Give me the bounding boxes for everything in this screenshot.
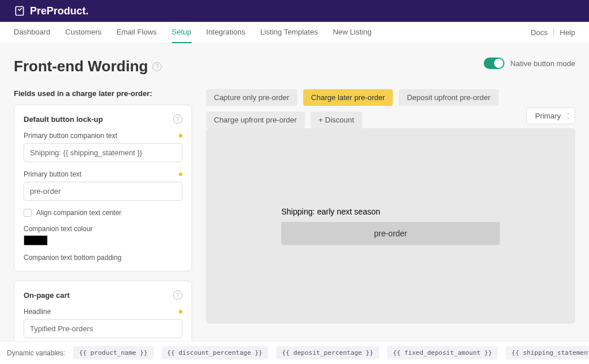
button-text-field: Primary button text [24, 170, 182, 201]
help-icon[interactable]: ? [152, 62, 162, 71]
preview-companion-text: Shipping: early next season [281, 207, 500, 216]
var-discount-percentage[interactable]: {{ discount_percentage }} [162, 346, 269, 359]
companion-text-field: Primary button companion text [24, 132, 182, 162]
align-center-checkbox[interactable] [24, 209, 32, 217]
help-icon[interactable]: ? [173, 114, 182, 124]
preview-inner: Shipping: early next season pre-order [281, 207, 500, 245]
companion-text-label: Primary button companion text [24, 132, 117, 140]
headline-label: Headline [24, 308, 51, 316]
field-indicator-dot [179, 173, 182, 176]
align-center-label: Align companion text center [36, 209, 121, 217]
nav-new-listing[interactable]: New Listing [333, 22, 372, 43]
preview-area: Shipping: early next season pre-order [206, 128, 575, 324]
nav-integrations[interactable]: Integrations [206, 22, 246, 43]
nav-left: Dashboard Customers Email Flows Setup In… [14, 22, 372, 43]
page-header: Front-end Wording ? Native button mode [0, 44, 589, 75]
page-title-wrap: Front-end Wording ? [14, 58, 162, 75]
companion-color-label: Companion text colour [24, 225, 182, 233]
logo-icon [14, 5, 25, 17]
card-title: On-page cart [24, 291, 70, 300]
var-product-name[interactable]: {{ product_name }} [73, 346, 153, 359]
right-column: Capture only pre-order Charge later pre-… [206, 89, 575, 364]
nav-dashboard[interactable]: Dashboard [14, 22, 51, 43]
tabs-and-select: Capture only pre-order Charge later pre-… [206, 89, 575, 128]
brand-text: PreProduct. [30, 5, 89, 17]
button-text-input[interactable] [24, 182, 182, 201]
field-indicator-dot [179, 310, 182, 313]
companion-color-swatch[interactable] [24, 235, 48, 246]
nav-setup[interactable]: Setup [172, 22, 192, 43]
dynamic-variables-bar: Dynamic variables: {{ product_name }} {{… [0, 341, 589, 364]
tab-deposit-upfront[interactable]: Deposit upfront pre-order [399, 89, 498, 106]
top-brand-bar: PreProduct. [0, 0, 589, 22]
page-title: Front-end Wording [14, 58, 148, 75]
logo[interactable]: PreProduct. [14, 5, 89, 17]
nav-right: Docs Help [531, 28, 575, 37]
companion-text-input[interactable] [24, 143, 182, 162]
nav-divider [553, 29, 554, 37]
main-content: Fields used in a charge later pre-order:… [0, 75, 589, 364]
dynamic-vars-label: Dynamic variables: [7, 349, 65, 357]
default-button-lockup-card: Default button lock-up ? Primary button … [14, 105, 192, 271]
main-navbar: Dashboard Customers Email Flows Setup In… [0, 22, 589, 44]
align-center-row: Align companion text center [24, 209, 182, 217]
mode-select[interactable]: Primary [526, 108, 575, 124]
padding-label: Companion text bottom padding [24, 254, 182, 262]
native-button-mode-toggle[interactable] [484, 58, 504, 69]
nav-docs[interactable]: Docs [531, 28, 548, 37]
headline-field: Headline [24, 308, 182, 338]
fields-section-label: Fields used in a charge later pre-order: [14, 89, 192, 98]
preview-button: pre-order [281, 222, 500, 245]
nav-customers[interactable]: Customers [66, 22, 102, 43]
tab-charge-later[interactable]: Charge later pre-order [303, 89, 393, 106]
help-icon[interactable]: ? [173, 290, 182, 300]
nav-help[interactable]: Help [560, 28, 575, 37]
tab-capture-only[interactable]: Capture only pre-order [206, 89, 297, 106]
toggle-label: Native button mode [510, 59, 575, 68]
var-fixed-deposit-amount[interactable]: {{ fixed_deposit_amount }} [387, 346, 498, 359]
nav-listing-templates[interactable]: Listing Templates [260, 22, 318, 43]
left-column: Fields used in a charge later pre-order:… [14, 89, 192, 364]
toggle-wrap: Native button mode [484, 58, 575, 69]
field-indicator-dot [179, 134, 182, 137]
mode-select-value: Primary [535, 112, 561, 120]
card-title: Default button lock-up [24, 115, 103, 124]
nav-email-flows[interactable]: Email Flows [116, 22, 156, 43]
tabs-container: Capture only pre-order Charge later pre-… [206, 89, 517, 128]
headline-input[interactable] [24, 319, 182, 338]
tab-discount[interactable]: + Discount [311, 112, 362, 128]
var-shipping-statement[interactable]: {{ shipping_statement }} [506, 346, 589, 359]
card-header: On-page cart ? [24, 290, 182, 300]
button-text-label: Primary button text [24, 170, 82, 178]
card-header: Default button lock-up ? [24, 114, 182, 124]
tab-charge-upfront[interactable]: Charge upfront pre-order [206, 112, 305, 128]
var-deposit-percentage[interactable]: {{ deposit_percentage }} [276, 346, 379, 359]
